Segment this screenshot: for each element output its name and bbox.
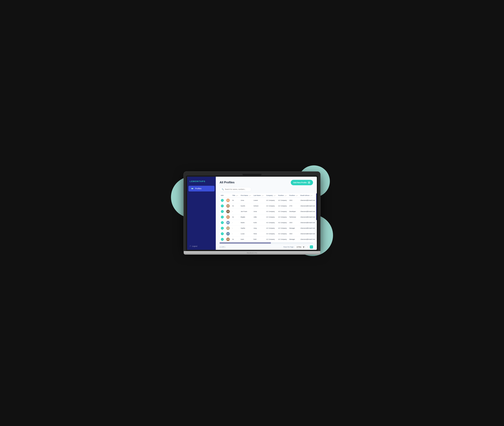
scrollbar-thumb [316, 193, 317, 220]
rows-per-page-select[interactable]: 10 Row 25 Row 50 Row [295, 246, 305, 248]
position2-cell: Manager [288, 225, 299, 231]
prev-page-button[interactable]: ‹ [306, 245, 309, 248]
title-cell: Dr. [231, 198, 239, 203]
position1-cell: AC Company [277, 198, 288, 203]
first-name-cell: Karin [239, 236, 252, 242]
logout-button[interactable]: ⤴ Logout [187, 242, 216, 250]
last-name-cell: Anna [252, 209, 265, 214]
company-cell: AC Company [265, 209, 277, 214]
col-edit: Edit [220, 193, 225, 198]
position1-cell: AC Company [277, 236, 288, 242]
table-row: ✎ MK - Martin Kuhn AC Company AC Company… [220, 220, 317, 225]
position1-cell: AC Company [277, 225, 288, 231]
logout-icon: ⤴ [190, 245, 191, 247]
avatar-cell: JA [225, 209, 231, 214]
email-cell: Aloerzero@Gmail.Com [299, 225, 317, 231]
edit-cell: ✎ [220, 209, 225, 214]
avatar-cell: KS [225, 203, 231, 209]
search-input-wrap: 🔍 [220, 187, 251, 192]
col-avatar [225, 193, 231, 198]
position1-cell: AC Company [277, 203, 288, 209]
first-name-cell: Brigitte [239, 214, 252, 220]
logo-text: LEMON [190, 180, 199, 183]
title-cell: - [231, 220, 239, 225]
title-cell: Dr. [231, 214, 239, 220]
avatar-cell: LH [225, 231, 231, 236]
horizontal-scrollbar[interactable] [220, 243, 313, 243]
avatar: LH [226, 232, 230, 235]
avatar: KR [226, 238, 230, 241]
table-row: ✎ LH - Lucas Hertz AC Company AC Company… [220, 231, 317, 236]
table-header-row: Edit Title ▲▼ First Name ▲▼ Last Name ▲▼… [220, 193, 317, 198]
profiles-table-wrap: Edit Title ▲▼ First Name ▲▼ Last Name ▲▼… [216, 193, 317, 242]
profiles-table: Edit Title ▲▼ First Name ▲▼ Last Name ▲▼… [220, 193, 317, 242]
col-company: Company ▲▼ [265, 193, 277, 198]
avatar-cell: SJ [225, 225, 231, 231]
email-cell: Aloerzero@Gmail.Com [299, 203, 317, 209]
avatar: MK [226, 221, 230, 224]
add-new-profile-button[interactable]: Add New Profile + [291, 180, 313, 185]
horizontal-scrollbar-thumb [220, 243, 271, 243]
pagination-info: 1-1 OF 1 [220, 246, 225, 248]
avatar: SJ [226, 227, 230, 230]
logout-label: Logout [192, 245, 197, 247]
title-cell: Dr. [231, 236, 239, 242]
last-name-cell: Jung [252, 225, 265, 231]
edit-cell: ✎ [220, 231, 225, 236]
last-name-cell: Hertz [252, 231, 265, 236]
page-title: All Profiles [220, 181, 235, 184]
add-btn-label: Add New Profile [293, 182, 307, 184]
company-cell: AC Company [265, 220, 277, 225]
avatar-cell: AL [225, 198, 231, 203]
first-name-cell: Karolin [239, 203, 252, 209]
edit-button[interactable]: ✎ [221, 232, 224, 235]
table-row: ✎ KR Dr. Karin Roth AC Company AC Compan… [220, 236, 317, 242]
main-content: All Profiles Add New Profile + 🔍 [216, 177, 317, 250]
next-page-button[interactable]: › [310, 245, 313, 248]
email-cell: Aloerzero@Gmail.Com [299, 209, 317, 214]
email-cell: Aloerzero@Gmail.Com [299, 231, 317, 236]
search-input[interactable] [225, 188, 249, 190]
avatar-cell: BA [225, 214, 231, 220]
table-row: ✎ JA - Jan Fruen Anna AC Company AC Comp… [220, 209, 317, 214]
scrollbar-track[interactable] [316, 193, 317, 242]
sidebar-item-profiles[interactable]: 🪪 Profiles [188, 186, 214, 192]
last-name-cell: Kuhn [252, 220, 265, 225]
first-name-cell: Martin [239, 220, 252, 225]
company-cell: AC Company [265, 198, 277, 203]
edit-button[interactable]: ✎ [221, 221, 224, 224]
position2-cell: CEO [288, 231, 299, 236]
sidebar-nav: 🪪 Profiles [187, 185, 216, 242]
position1-cell: AC Company [277, 209, 288, 214]
position2-cell: Technician [288, 214, 299, 220]
edit-button[interactable]: ✎ [221, 216, 224, 219]
edit-cell: ✎ [220, 236, 225, 242]
macbook-frame: LEMONTAPS 🪪 Profiles ⤴ Logout [184, 171, 320, 255]
col-position1: Position ▲▼ [277, 193, 288, 198]
first-name-cell: Lucas [239, 231, 252, 236]
email-cell: Aloerzero@Gmail.Com [299, 236, 317, 242]
avatar: BA [226, 215, 230, 219]
page-navigation: ‹ › [306, 245, 313, 248]
edit-button[interactable]: ✎ [221, 227, 224, 230]
position2-cell: Manager [288, 236, 299, 242]
edit-cell: ✎ [220, 198, 225, 203]
search-icon: 🔍 [222, 188, 224, 190]
logo-accent: TAPS [199, 180, 206, 183]
title-cell: - [231, 225, 239, 231]
edit-button[interactable]: ✎ [221, 210, 224, 213]
first-name-cell: Anna [239, 198, 252, 203]
last-name-cell: Adler [252, 214, 265, 220]
col-title: Title ▲▼ [231, 193, 239, 198]
edit-button[interactable]: ✎ [221, 205, 224, 207]
edit-button[interactable]: ✎ [221, 238, 224, 241]
edit-cell: ✎ [220, 225, 225, 231]
table-row: ✎ BA Dr. Brigitte Adler AC Company AC Co… [220, 214, 317, 220]
table-footer: 1-1 OF 1 Rows Per Page: 10 Row 25 Row 50… [216, 244, 317, 250]
title-cell: - [231, 209, 239, 214]
macbook-base [184, 251, 320, 255]
email-cell: Aloerzero@Gmail.Com [299, 214, 317, 220]
sidebar-item-label: Profiles [195, 187, 201, 190]
edit-button[interactable]: ✎ [221, 199, 224, 202]
last-name-cell: Roth [252, 236, 265, 242]
